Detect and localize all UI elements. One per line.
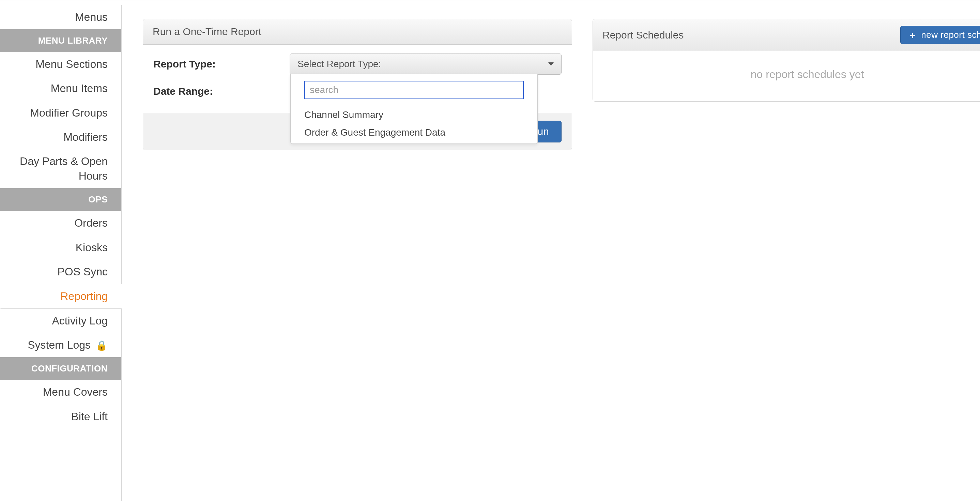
empty-schedules-message: no report schedules yet [593, 51, 980, 101]
sidebar: Menus MENU LIBRARY Menu Sections Menu It… [0, 5, 122, 501]
report-type-label: Report Type: [153, 58, 290, 70]
sidebar-item-day-parts[interactable]: Day Parts & Open Hours [0, 149, 121, 188]
main-content: Run a One-Time Report Report Type: Selec… [122, 5, 980, 501]
report-type-placeholder: Select Report Type: [298, 59, 381, 70]
new-report-schedule-label: new report schedule [921, 30, 980, 40]
report-schedules-panel-header: Report Schedules ＋ new report schedule [593, 19, 980, 51]
sidebar-item-menus[interactable]: Menus [0, 5, 121, 29]
sidebar-item-reporting[interactable]: Reporting [0, 284, 122, 309]
dropdown-search-input[interactable] [304, 81, 524, 99]
sidebar-item-modifier-groups[interactable]: Modifier Groups [0, 101, 121, 125]
sidebar-item-menu-items[interactable]: Menu Items [0, 76, 121, 100]
sidebar-item-kiosks[interactable]: Kiosks [0, 235, 121, 260]
sidebar-item-pos-sync[interactable]: POS Sync [0, 260, 121, 284]
sidebar-item-menu-sections[interactable]: Menu Sections [0, 52, 121, 76]
sidebar-item-label: System Logs [28, 339, 91, 351]
sidebar-item-modifiers[interactable]: Modifiers [0, 125, 121, 149]
sidebar-item-orders[interactable]: Orders [0, 211, 121, 235]
sidebar-item-menu-covers[interactable]: Menu Covers [0, 380, 121, 404]
lock-icon: 🔒 [96, 340, 108, 351]
sidebar-item-activity-log[interactable]: Activity Log [0, 309, 121, 333]
sidebar-item-bite-lift[interactable]: Bite Lift [0, 404, 121, 429]
dropdown-option-order-guest-engagement[interactable]: Order & Guest Engagement Data [291, 124, 538, 142]
sidebar-header-ops: OPS [0, 188, 121, 211]
sidebar-header-configuration: CONFIGURATION [0, 357, 121, 380]
chevron-down-icon [548, 62, 554, 66]
sidebar-header-menu-library: MENU LIBRARY [0, 29, 121, 52]
sidebar-item-system-logs[interactable]: System Logs 🔒 [0, 333, 121, 357]
report-schedules-panel-body: no report schedules yet [593, 51, 980, 101]
date-range-label: Date Range: [153, 86, 290, 97]
report-type-dropdown: Channel Summary Order & Guest Engagement… [290, 74, 538, 144]
plus-icon: ＋ [908, 31, 917, 40]
panel-title: Run a One-Time Report [153, 26, 261, 38]
dropdown-option-channel-summary[interactable]: Channel Summary [291, 106, 538, 124]
report-schedules-panel: Report Schedules ＋ new report schedule n… [593, 19, 980, 102]
run-report-panel-header: Run a One-Time Report [143, 19, 572, 45]
panel-title: Report Schedules [603, 29, 684, 41]
run-report-panel-body: Report Type: Select Report Type: Date Ra… [143, 45, 572, 113]
new-report-schedule-button[interactable]: ＋ new report schedule [900, 26, 980, 44]
run-report-panel: Run a One-Time Report Report Type: Selec… [143, 19, 572, 150]
report-type-select[interactable]: Select Report Type: [290, 54, 562, 75]
